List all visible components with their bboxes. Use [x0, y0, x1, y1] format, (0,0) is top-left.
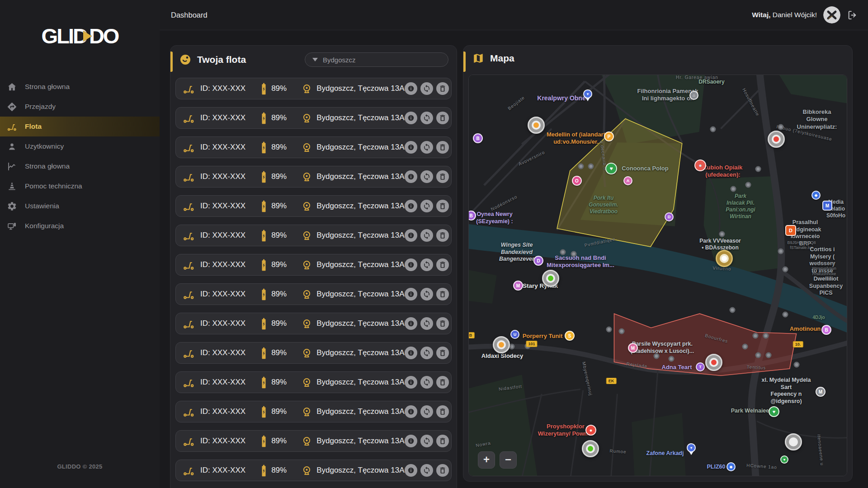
vehicle-id: ID: XXX-XXX	[200, 436, 245, 446]
swap-button[interactable]	[420, 288, 433, 300]
info-button[interactable]	[405, 435, 417, 447]
map-pin-icon[interactable]: ▾	[583, 89, 592, 101]
delete-button[interactable]	[436, 435, 449, 447]
map-poi-icon[interactable]: ●	[694, 160, 706, 171]
map-poi-icon[interactable]: ♥	[780, 455, 788, 464]
map-poi-icon[interactable]: ●	[585, 425, 596, 436]
info-button[interactable]	[405, 200, 417, 212]
road-shield: EK	[606, 378, 617, 384]
delete-button[interactable]	[436, 200, 449, 212]
delete-button[interactable]	[436, 229, 449, 242]
map-poi-icon[interactable]: ◆	[726, 462, 736, 471]
info-button[interactable]	[405, 376, 417, 389]
swap-button[interactable]	[420, 112, 433, 124]
map-poi-icon[interactable]: P	[604, 131, 614, 141]
map-poi-icon[interactable]: D	[665, 212, 674, 221]
map-label: Zafone Arkadj	[646, 450, 684, 457]
map-poi-icon[interactable]: B	[821, 325, 831, 335]
avatar[interactable]	[823, 6, 840, 23]
map-poi-icon[interactable]: M	[816, 387, 826, 397]
swap-button[interactable]	[420, 82, 433, 95]
sidebar-item-settings[interactable]: Ustawienia	[0, 196, 160, 216]
map-poi-dot	[719, 231, 725, 237]
delete-button[interactable]	[436, 347, 449, 359]
zoom-in-button[interactable]: +	[478, 451, 495, 469]
city-filter-dropdown[interactable]: Bydgoszcz	[305, 52, 448, 67]
swap-button[interactable]	[420, 405, 433, 418]
swap-button[interactable]	[420, 464, 433, 477]
swap-button[interactable]	[420, 141, 433, 154]
info-button[interactable]	[405, 170, 417, 183]
swap-button[interactable]	[420, 435, 433, 447]
delete-button[interactable]	[436, 112, 449, 124]
info-button[interactable]	[405, 141, 417, 154]
map-poi-icon[interactable]: O	[572, 176, 582, 186]
info-button[interactable]	[405, 112, 417, 124]
delete-button[interactable]	[436, 405, 449, 418]
sidebar-item-config[interactable]: Konfiguracja	[0, 216, 160, 236]
swap-button[interactable]	[420, 200, 433, 212]
swap-button[interactable]	[420, 347, 433, 359]
map-label: Sacsuoh nad Bndi Mitexporosiqgartee Im..…	[547, 254, 614, 269]
map-poi-icon[interactable]: B	[473, 133, 483, 143]
battery-icon	[260, 141, 268, 153]
delete-button[interactable]	[436, 288, 449, 300]
swap-button[interactable]	[420, 170, 433, 183]
map-poi-dot	[710, 127, 716, 132]
vehicle-marker[interactable]	[768, 131, 785, 148]
map-poi-icon[interactable]: ⌂	[689, 91, 698, 100]
map-poi-icon[interactable]: ◆	[811, 191, 821, 200]
sidebar-item-support[interactable]: Pomoc techniczna	[0, 176, 160, 196]
map-poi-icon[interactable]: ♥	[605, 163, 617, 174]
info-button[interactable]	[405, 347, 417, 359]
map-poi-icon[interactable]: ♥	[769, 406, 779, 417]
info-button[interactable]	[405, 405, 417, 418]
info-button[interactable]	[405, 288, 417, 300]
map-poi-icon[interactable]: D	[533, 256, 543, 266]
delete-button[interactable]	[436, 317, 449, 330]
info-button[interactable]	[405, 317, 417, 330]
delete-button[interactable]	[436, 258, 449, 271]
map-poi-icon[interactable]: M	[628, 343, 638, 353]
sidebar-item-home[interactable]: Strona głowna	[0, 77, 160, 97]
vehicle-marker[interactable]	[582, 440, 599, 457]
delete-button[interactable]	[436, 464, 449, 477]
delete-button[interactable]	[436, 82, 449, 95]
map-canvas[interactable]: + − Beojiatea decnaiib oNodéonsrsoAvover…	[468, 75, 847, 476]
swap-button[interactable]	[420, 317, 433, 330]
sidebar-item-label: Ustawienia	[25, 202, 59, 210]
info-button[interactable]	[405, 229, 417, 242]
sidebar-item-rides[interactable]: Przejazdy	[0, 97, 160, 117]
delete-button[interactable]	[436, 376, 449, 389]
map-pin-icon[interactable]: ▾	[687, 443, 696, 455]
vehicle-marker[interactable]	[528, 117, 545, 134]
map-poi-icon[interactable]: A	[623, 176, 632, 185]
logout-icon[interactable]	[847, 9, 858, 21]
vehicle-marker[interactable]	[493, 336, 510, 353]
sidebar-item-fleet[interactable]: Flota	[0, 117, 160, 136]
scooter-icon	[183, 83, 195, 95]
vehicle-marker[interactable]	[716, 250, 733, 267]
fleet-row: ID: XXX-XXX89%Bydgoszcz, Tęczowa 13A	[175, 166, 452, 188]
delete-button[interactable]	[436, 170, 449, 183]
vehicle-marker[interactable]	[542, 270, 559, 287]
swap-button[interactable]	[420, 376, 433, 389]
map-poi-dot	[794, 362, 800, 368]
map-poi-icon[interactable]: S	[565, 331, 575, 341]
info-button[interactable]	[405, 258, 417, 271]
swap-button[interactable]	[420, 258, 433, 271]
vehicle-marker[interactable]	[785, 433, 802, 450]
map-poi-icon[interactable]: D	[785, 225, 796, 236]
swap-button[interactable]	[420, 229, 433, 242]
sidebar-item-stats[interactable]: Strona głowna	[0, 156, 160, 176]
map-poi-icon[interactable]: M	[822, 201, 832, 211]
delete-button[interactable]	[436, 141, 449, 154]
map-poi-icon[interactable]: M	[513, 281, 523, 291]
vehicle-marker[interactable]	[705, 354, 722, 371]
info-button[interactable]	[405, 464, 417, 477]
map-poi-icon[interactable]: U	[510, 330, 519, 339]
map-poi-icon[interactable]: T	[696, 362, 705, 371]
sidebar-item-users[interactable]: Uzytkownicy	[0, 136, 160, 156]
info-button[interactable]	[405, 82, 417, 95]
zoom-out-button[interactable]: −	[500, 451, 517, 469]
